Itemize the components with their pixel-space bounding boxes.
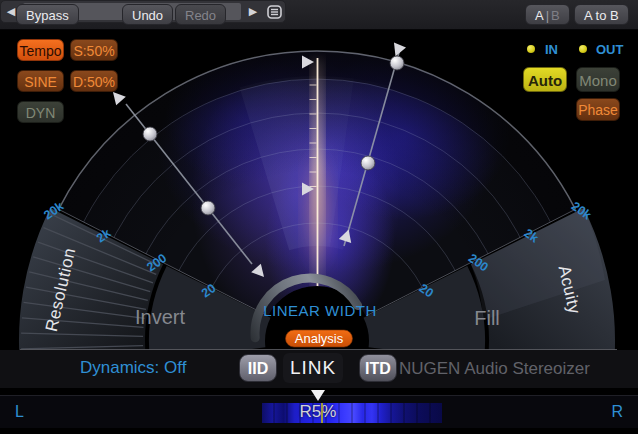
linear-width-label: LINEAR WIDTH [263,302,377,319]
invert-label: Invert [135,306,185,328]
pan-right-label: R [611,403,623,421]
brand-text: NUGEN Audio Stereoizer [399,359,590,379]
handle-dot[interactable] [143,127,157,141]
mono-button[interactable]: Mono [576,67,620,92]
undo-button[interactable]: Undo [122,4,173,25]
a-to-b-button[interactable]: A to B [574,4,629,25]
iid-button[interactable]: IID [239,354,277,382]
link-button[interactable]: LINK [283,353,343,383]
pan-left-label: L [15,403,24,421]
sine-button[interactable]: SINE [17,70,64,92]
handle-dot[interactable] [201,201,215,215]
phase-button[interactable]: Phase [576,98,620,121]
fill-label: Fill [474,307,500,329]
handle-dot[interactable] [390,56,404,70]
redo-button[interactable]: Redo [175,4,226,25]
d-amount-button[interactable]: D:50% [70,70,118,92]
in-label[interactable]: IN [545,42,558,57]
out-label[interactable]: OUT [596,42,623,57]
auto-button[interactable]: Auto [523,67,567,92]
ab-compare-button[interactable]: A|B [525,4,570,25]
preset-menu-icon[interactable] [263,5,285,19]
tempo-button[interactable]: Tempo [17,39,64,61]
preset-next-icon[interactable]: ▶ [243,5,263,18]
itd-button[interactable]: ITD [359,354,397,382]
analysis-label: Analysis [295,331,344,346]
pan-value: R5% [288,402,348,422]
pan-marker-icon[interactable] [311,390,325,401]
pan-center-tick [321,403,323,423]
footer-row: Dynamics: Off IID LINK ITD NUGEN Audio S… [0,350,638,388]
dyn-button[interactable]: DYN [17,101,64,123]
dynamics-status[interactable]: Dynamics: Off [80,358,186,378]
s-amount-button[interactable]: S:50% [70,39,118,61]
in-meter-led [527,45,535,53]
analysis-button[interactable]: Analysis [286,330,353,347]
bypass-button[interactable]: Bypass [16,4,79,25]
out-meter-led [579,45,587,53]
handle-dot[interactable] [361,156,375,170]
title-bar: Bypass Undo Redo ◀ Demo ▶ A|B A to B [0,0,638,30]
